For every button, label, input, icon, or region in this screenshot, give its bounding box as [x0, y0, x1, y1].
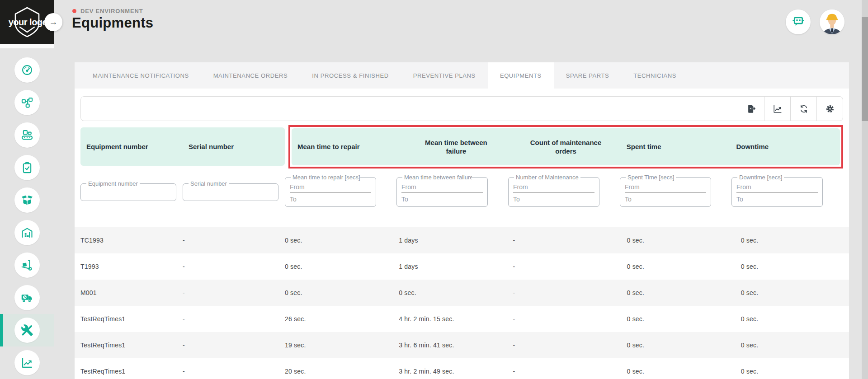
- toolbar-filter-area[interactable]: [81, 97, 738, 121]
- table-row[interactable]: M001-0 sec.0 sec.-0 sec.0 sec.: [75, 280, 849, 306]
- cell-mean-time-to-repair: 0 sec.: [279, 289, 393, 296]
- tab-bar: MAINTENANCE NOTIFICATIONSMAINTENANCE ORD…: [75, 62, 849, 89]
- hand-truck-icon: [21, 259, 33, 271]
- cell-equipment-number: TestReqTimes1: [75, 315, 177, 323]
- sidebar-item-circle: [14, 253, 40, 278]
- mean-time-to-repair-secs-from-input[interactable]: [290, 182, 371, 192]
- cell-mean-time-to-repair: 20 sec.: [279, 368, 393, 375]
- delivery-truck-icon: [21, 291, 33, 304]
- column-header-downtime: Downtime: [730, 128, 840, 165]
- sidebar-item-packages[interactable]: [0, 184, 54, 216]
- sidebar-item-delivery[interactable]: [0, 281, 54, 314]
- tab-preventive-plans[interactable]: PREVENTIVE PLANS: [401, 62, 488, 89]
- serial-number-input[interactable]: [188, 188, 274, 200]
- spent-time-secs-from-input[interactable]: [625, 182, 706, 192]
- equipment-number-input[interactable]: [85, 188, 171, 200]
- filter-cell: Serial number: [183, 180, 285, 201]
- export-icon: [746, 104, 756, 114]
- sidebar-item-circle: [14, 57, 40, 83]
- mean-time-between-failure-to-input[interactable]: [401, 193, 483, 205]
- cell-serial-number: -: [177, 289, 279, 296]
- cell-equipment-number: TestReqTimes1: [75, 368, 177, 375]
- tab-maintenance-orders[interactable]: MAINTENANCE ORDERS: [201, 62, 300, 89]
- sidebar-item-circle: [14, 220, 40, 245]
- sidebar-item-circle: [14, 318, 40, 343]
- cell-count-of-maintenance-orders: -: [507, 289, 621, 296]
- settings-button[interactable]: [816, 97, 843, 121]
- cell-serial-number: -: [177, 237, 279, 244]
- column-header-count-of-maintenance-orders: Count of maintenance orders: [511, 128, 621, 165]
- table-row[interactable]: TestReqTimes1-20 sec.3 hr. 2 min. 49 sec…: [75, 358, 849, 379]
- refresh-icon: [799, 104, 809, 114]
- sidebar-item-warehouse[interactable]: [0, 216, 54, 249]
- sidebar-item-circle: [14, 187, 40, 213]
- tab-technicians[interactable]: TECHNICIANS: [621, 62, 689, 89]
- cell-serial-number: -: [177, 263, 279, 270]
- user-avatar-button[interactable]: [820, 9, 844, 34]
- sidebar-item-hand-truck[interactable]: [0, 249, 54, 281]
- sidebar: [0, 54, 54, 379]
- settings-icon: [825, 104, 835, 114]
- export-button[interactable]: [738, 97, 764, 121]
- cell-mean-time-between-failure: 3 hr. 2 min. 49 sec.: [393, 368, 507, 375]
- cell-downtime: 0 sec.: [735, 368, 849, 375]
- cell-downtime: 0 sec.: [735, 263, 849, 270]
- content-panel: MAINTENANCE NOTIFICATIONSMAINTENANCE ORD…: [75, 62, 849, 379]
- chart-icon: [21, 356, 33, 369]
- tab-in-process-finished[interactable]: IN PROCESS & FINISHED: [300, 62, 401, 89]
- filter-row: Equipment numberSerial numberMean time t…: [80, 174, 843, 207]
- chatbot-button[interactable]: [786, 9, 811, 34]
- cell-spent-time: 0 sec.: [621, 342, 735, 349]
- mean-time-to-repair-secs-to-input[interactable]: [290, 193, 371, 205]
- filter-label: Number of Maintenance: [514, 174, 580, 181]
- cell-mean-time-between-failure: 4 hr. 2 min. 15 sec.: [393, 315, 507, 323]
- sidebar-item-maintenance[interactable]: [0, 314, 54, 346]
- table-row[interactable]: TestReqTimes1-19 sec.3 hr. 6 min. 41 sec…: [75, 332, 849, 358]
- table-row[interactable]: TC1993-0 sec.1 days-0 sec.0 sec.: [75, 227, 849, 253]
- cell-downtime: 0 sec.: [735, 342, 849, 349]
- filter-cell: Equipment number: [80, 180, 183, 201]
- table-row[interactable]: T1993-0 sec.1 days-0 sec.0 sec.: [75, 253, 849, 280]
- downtime-secs-from-input[interactable]: [736, 182, 818, 192]
- column-header-mean-time-between-failure: Mean time between failure: [401, 128, 511, 165]
- cell-spent-time: 0 sec.: [621, 289, 735, 296]
- page-scrollbar[interactable]: [862, 0, 868, 379]
- sidebar-item-tasks[interactable]: [0, 151, 54, 184]
- spent-time-secs-to-input[interactable]: [625, 193, 706, 205]
- tab-spare-parts[interactable]: SPARE PARTS: [554, 62, 621, 89]
- column-header-mean-time-to-repair: Mean time to repair: [292, 128, 401, 165]
- cell-mean-time-between-failure: 1 days: [393, 263, 507, 270]
- downtime-secs-to-input[interactable]: [736, 193, 818, 205]
- cell-mean-time-to-repair: 0 sec.: [279, 237, 393, 244]
- sidebar-expand-button[interactable]: →: [44, 13, 62, 31]
- table-header: Equipment numberSerial number Mean time …: [80, 127, 843, 166]
- cell-mean-time-to-repair: 19 sec.: [279, 342, 393, 349]
- cell-downtime: 0 sec.: [735, 289, 849, 296]
- divider: [0, 44, 54, 48]
- sidebar-item-circle: [14, 350, 40, 375]
- chart-view-button[interactable]: [764, 97, 790, 121]
- cell-count-of-maintenance-orders: -: [507, 368, 621, 375]
- speedometer-icon: [21, 64, 33, 76]
- sidebar-item-production[interactable]: [0, 119, 54, 151]
- sidebar-item-dashboard[interactable]: [0, 54, 54, 86]
- filter-label: Downtime [secs]: [737, 174, 784, 181]
- cell-equipment-number: M001: [75, 289, 177, 296]
- sidebar-item-hierarchy[interactable]: [0, 86, 54, 119]
- scrollbar-thumb[interactable]: [862, 17, 868, 121]
- sidebar-item-analytics[interactable]: [0, 346, 54, 379]
- filter-downtime-secs: Downtime [secs]: [731, 174, 823, 207]
- cell-equipment-number: TestReqTimes1: [75, 342, 177, 349]
- mean-time-between-failure-from-input[interactable]: [401, 182, 483, 192]
- cell-equipment-number: T1993: [75, 263, 177, 270]
- table-row[interactable]: TestReqTimes1-26 sec.4 hr. 2 min. 15 sec…: [75, 306, 849, 332]
- cell-count-of-maintenance-orders: -: [507, 263, 621, 270]
- cell-serial-number: -: [177, 342, 279, 349]
- number-of-maintenance-from-input[interactable]: [513, 182, 594, 192]
- tab-equipments[interactable]: EQUIPMENTS: [488, 62, 554, 89]
- refresh-button[interactable]: [790, 97, 816, 121]
- tab-maintenance-notifications[interactable]: MAINTENANCE NOTIFICATIONS: [80, 62, 201, 89]
- cell-spent-time: 0 sec.: [621, 368, 735, 375]
- number-of-maintenance-to-input[interactable]: [513, 193, 594, 205]
- cell-downtime: 0 sec.: [735, 237, 849, 244]
